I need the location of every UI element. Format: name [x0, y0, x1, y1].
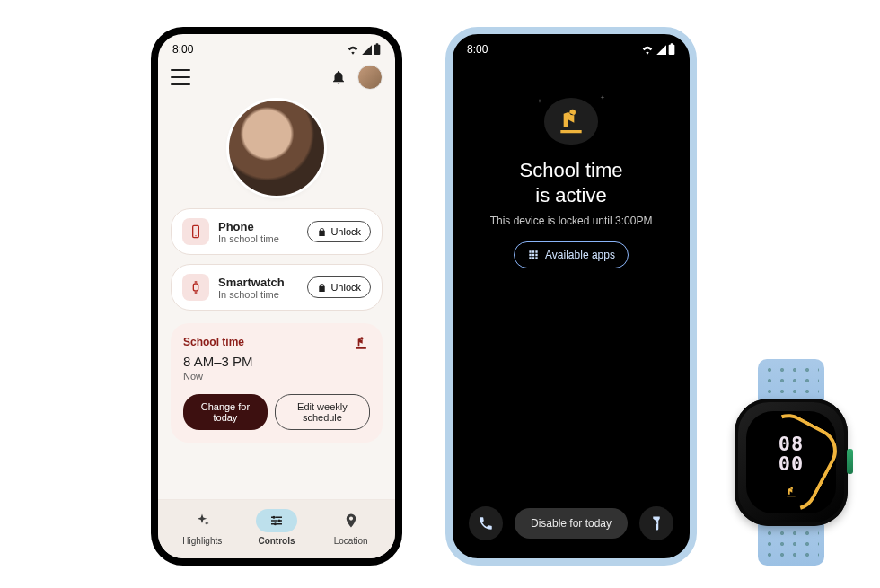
flashlight-button[interactable]: [639, 506, 673, 540]
school-time-subtitle: This device is locked until 3:00PM: [453, 215, 690, 227]
menu-button[interactable]: [171, 69, 190, 85]
watch-face[interactable]: 08 00: [746, 411, 836, 513]
svg-point-5: [272, 516, 275, 519]
school-time-icon: [352, 334, 370, 355]
signal-icon: [656, 44, 666, 55]
child-phone: 8:00 School time is active This device i…: [445, 27, 697, 566]
lock-icon: [317, 227, 327, 237]
flashlight-icon: [648, 515, 664, 531]
unlock-button[interactable]: Unlock: [307, 276, 371, 298]
device-subtitle: In school time: [218, 233, 298, 244]
watch-time: 08 00: [746, 434, 836, 474]
account-avatar[interactable]: [357, 65, 383, 90]
apps-grid-icon: [527, 249, 540, 261]
school-time-heading: School time is active: [453, 158, 690, 207]
school-time-range: 8 AM–3 PM: [183, 354, 370, 369]
svg-point-6: [277, 520, 280, 522]
device-subtitle: In school time: [218, 289, 298, 300]
location-pin-icon: [343, 513, 359, 529]
watch-body: 08 00: [735, 399, 848, 526]
device-title: Phone: [218, 220, 298, 233]
available-apps-button[interactable]: Available apps: [514, 241, 629, 268]
school-time-illustration: [539, 93, 603, 149]
status-time: 8:00: [467, 43, 488, 56]
nav-location[interactable]: Location: [330, 509, 372, 546]
phone-icon: [182, 218, 209, 245]
notifications-icon[interactable]: [330, 69, 347, 85]
svg-rect-9: [671, 43, 673, 45]
battery-icon: [668, 43, 675, 56]
nav-controls[interactable]: Controls: [256, 509, 297, 546]
status-time: 8:00: [172, 43, 193, 56]
sparkle-icon: [194, 513, 210, 529]
disable-for-today-button[interactable]: Disable for today: [515, 508, 628, 539]
phone-icon: [478, 515, 494, 531]
sliders-icon: [268, 513, 285, 529]
svg-rect-1: [376, 43, 379, 45]
wifi-icon: [641, 44, 654, 55]
parent-phone: 8:00 Phon: [151, 27, 402, 566]
status-bar: 8:00: [453, 34, 690, 61]
smartwatch: 08 00: [724, 359, 858, 566]
bottom-actions: Disable for today: [453, 494, 690, 558]
battery-icon: [374, 43, 381, 56]
emergency-call-button[interactable]: [469, 506, 503, 540]
status-bar: 8:00: [158, 34, 395, 61]
svg-point-7: [274, 522, 277, 525]
student-at-desk-icon: [553, 103, 589, 139]
unlock-button[interactable]: Unlock: [307, 221, 371, 242]
device-smartwatch-card[interactable]: Smartwatch In school time Unlock: [171, 264, 383, 311]
device-phone-card[interactable]: Phone In school time Unlock: [171, 208, 383, 255]
svg-rect-8: [669, 45, 675, 55]
signal-icon: [361, 44, 372, 55]
svg-point-3: [195, 235, 196, 236]
school-time-icon: [784, 485, 798, 503]
device-list: Phone In school time Unlock Smartwatch I…: [158, 208, 395, 311]
wifi-icon: [347, 44, 359, 55]
svg-rect-4: [193, 284, 198, 291]
school-time-now: Now: [183, 371, 370, 382]
watch-icon: [182, 274, 209, 301]
bottom-nav: Highlights Controls Location: [158, 499, 395, 558]
top-bar: [158, 61, 395, 97]
school-time-card[interactable]: School time 8 AM–3 PM Now Change for tod…: [171, 323, 383, 443]
change-for-today-button[interactable]: Change for today: [183, 394, 268, 430]
svg-rect-0: [374, 45, 381, 55]
nav-highlights[interactable]: Highlights: [181, 509, 223, 546]
child-avatar[interactable]: [229, 101, 324, 196]
status-icons: [641, 43, 675, 56]
device-title: Smartwatch: [218, 276, 298, 289]
lock-icon: [317, 283, 327, 293]
status-icons: [347, 43, 381, 56]
school-time-title: School time: [183, 336, 370, 348]
edit-schedule-button[interactable]: Edit weekly schedule: [275, 394, 370, 430]
